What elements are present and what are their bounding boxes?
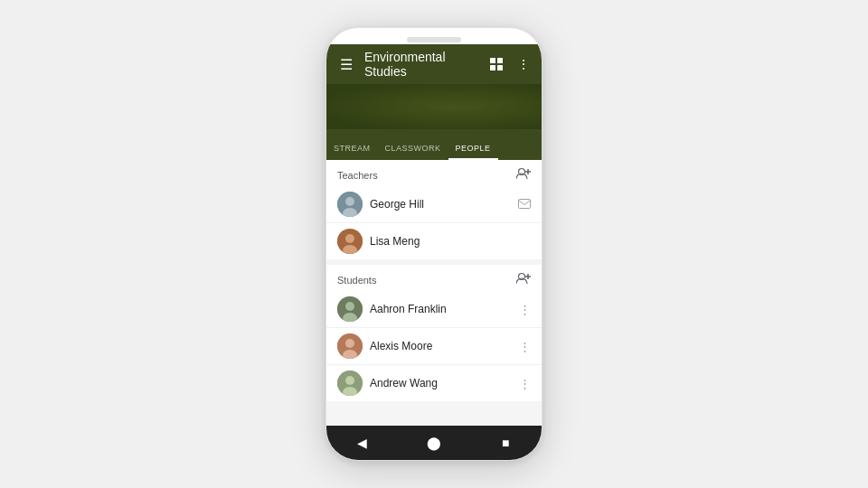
svg-rect-3 [497,65,503,70]
more-alexis-icon[interactable]: ⋮ [519,340,531,353]
add-student-icon[interactable] [516,272,531,287]
teacher-name-lisa: Lisa Meng [370,235,531,248]
phone-device: ☰ Environmental Studies ⋮ STREAM [326,27,542,461]
svg-point-12 [345,234,354,243]
students-section: Students [326,265,542,401]
svg-rect-10 [519,199,531,208]
svg-rect-0 [490,58,495,63]
bottom-navigation: ◀ ⬤ ■ [326,426,542,460]
teacher-row-george: George Hill [326,186,542,222]
student-row-andrew: Andrew Wang ⋮ [326,364,542,401]
recents-button[interactable]: ■ [489,427,522,459]
more-options-icon[interactable]: ⋮ [513,53,534,75]
avatar-lisa [337,229,363,254]
teacher-row-lisa: Lisa Meng [326,222,542,259]
phone-notch [407,37,461,42]
svg-point-21 [345,339,354,348]
menu-icon[interactable]: ☰ [334,56,359,73]
student-name-alexis: Alexis Moore [370,340,512,352]
student-name-andrew: Andrew Wang [370,377,512,389]
student-name-aahron: Aahron Franklin [370,303,512,315]
app-bar-actions: ⋮ [486,53,534,75]
teachers-section: Teachers [326,160,542,259]
svg-rect-1 [497,58,503,63]
tab-people[interactable]: PEOPLE [448,129,498,160]
tab-stream[interactable]: STREAM [326,129,378,160]
avatar-george [337,192,363,217]
avatar-aahron [337,296,363,322]
grid-icon[interactable] [486,53,507,75]
phone-screen: ☰ Environmental Studies ⋮ STREAM [326,44,542,460]
header-overlay [326,84,542,129]
avatar-alexis [337,333,363,359]
home-button[interactable]: ⬤ [418,427,450,459]
teacher-name-george: George Hill [370,198,511,211]
svg-point-8 [345,197,354,206]
avatar-andrew [337,371,363,396]
svg-rect-2 [490,65,495,70]
email-george-icon[interactable] [518,198,531,211]
students-header: Students [326,265,542,291]
svg-point-24 [345,376,354,385]
more-aahron-icon[interactable]: ⋮ [519,303,531,316]
app-bar: ☰ Environmental Studies ⋮ [326,44,542,84]
teachers-title: Teachers [337,170,378,181]
tab-classwork[interactable]: CLASSWORK [378,129,448,160]
app-bar-title: Environmental Studies [364,50,486,79]
svg-point-18 [345,302,354,311]
class-header-image [326,84,542,129]
student-row-aahron: Aahron Franklin ⋮ [326,291,542,327]
students-title: Students [337,275,376,286]
more-andrew-icon[interactable]: ⋮ [519,377,531,390]
add-teacher-icon[interactable] [516,167,531,183]
teachers-header: Teachers [326,160,542,186]
back-button[interactable]: ◀ [346,427,379,459]
content-area: Teachers [326,160,542,426]
student-row-alexis: Alexis Moore ⋮ [326,327,542,364]
tabs-bar: STREAM CLASSWORK PEOPLE [326,129,542,160]
